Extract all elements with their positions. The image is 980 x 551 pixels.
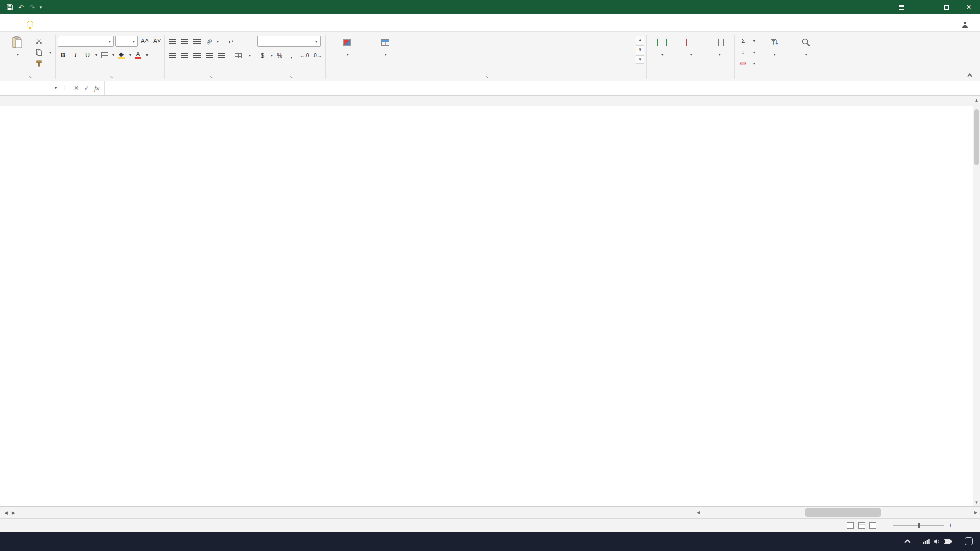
tray-status-icons[interactable] — [923, 539, 952, 544]
font-family-select[interactable]: ▾ — [58, 36, 114, 47]
underline-button[interactable]: U — [82, 49, 93, 60]
magnifier-icon — [801, 36, 811, 49]
vertical-scroll-track[interactable] — [973, 104, 980, 498]
font-color-button[interactable]: A — [133, 49, 143, 60]
ribbon-display-options-button[interactable] — [890, 0, 913, 14]
vertical-scrollbar[interactable]: ▲ ▼ — [973, 96, 980, 506]
borders-button[interactable] — [99, 49, 110, 60]
styles-dialog-launcher[interactable]: ↘ — [485, 74, 489, 79]
scroll-up-button[interactable]: ▲ — [973, 96, 980, 104]
new-sheet-button[interactable] — [19, 507, 31, 518]
alignment-dialog-launcher[interactable]: ↘ — [209, 74, 213, 79]
autosum-button[interactable]: Σ▾ — [737, 36, 757, 46]
cut-button[interactable] — [33, 36, 53, 46]
scroll-left-button[interactable]: ◀ — [694, 510, 702, 515]
normal-view-button[interactable] — [847, 522, 854, 529]
horizontal-scrollbar[interactable]: ◀ ▶ — [694, 507, 980, 518]
top-align-button[interactable] — [167, 36, 178, 47]
increase-indent-button[interactable] — [216, 50, 227, 61]
copy-button[interactable]: ▾ — [33, 47, 53, 57]
undo-button[interactable]: ↶ — [18, 4, 24, 11]
name-box[interactable]: ▾ — [0, 81, 61, 95]
orientation-button[interactable]: ab — [202, 34, 217, 49]
bottom-align-button[interactable] — [191, 36, 202, 47]
font-dialog-launcher[interactable]: ↘ — [109, 74, 113, 79]
delete-cells-button[interactable]: ▾ — [677, 34, 704, 59]
page-break-view-button[interactable] — [869, 522, 876, 529]
cancel-entry-button[interactable]: ✕ — [74, 84, 79, 92]
close-button[interactable]: × — [958, 0, 980, 14]
save-button[interactable] — [6, 4, 13, 11]
ribbon: ▾ ▾ ↘ — [0, 32, 980, 81]
name-box-splitter[interactable]: ⋮ — [61, 81, 68, 95]
previous-sheet-button[interactable]: ◀ — [4, 510, 8, 515]
insert-cells-button[interactable]: ▾ — [649, 34, 675, 59]
align-center-button[interactable] — [179, 50, 190, 61]
decrease-decimal-button[interactable]: .0→ — [311, 50, 323, 61]
clear-button[interactable]: ▾ — [737, 58, 757, 68]
formula-input[interactable] — [105, 81, 980, 95]
percent-style-button[interactable]: % — [274, 50, 285, 61]
bold-button[interactable]: B — [58, 49, 68, 60]
next-sheet-button[interactable]: ▶ — [12, 510, 15, 515]
customize-qat-button[interactable]: ▾ — [40, 5, 42, 10]
status-bar: − + — [0, 518, 980, 532]
wrap-text-button[interactable]: ↩ — [225, 37, 239, 47]
insert-function-button[interactable]: fx — [94, 84, 99, 92]
tell-me-box[interactable] — [21, 17, 42, 31]
font-size-select[interactable]: ▾ — [115, 36, 138, 47]
format-as-table-button[interactable]: ▾ — [369, 34, 402, 59]
gallery-up-button[interactable]: ▲ — [636, 36, 644, 44]
middle-align-button[interactable] — [179, 36, 190, 47]
windows-taskbar — [0, 532, 980, 551]
italic-button[interactable]: I — [70, 49, 81, 60]
increase-decimal-button[interactable]: ←.0 — [299, 50, 310, 61]
scroll-down-button[interactable]: ▼ — [973, 498, 980, 506]
zoom-slider-thumb[interactable] — [918, 523, 920, 528]
cells-group: ▾ ▾ ▾ — [647, 33, 734, 81]
zoom-slider[interactable] — [893, 525, 944, 526]
vertical-scroll-thumb[interactable] — [974, 109, 979, 165]
gallery-down-button[interactable]: ▼ — [636, 45, 644, 54]
collapse-ribbon-button[interactable] — [966, 71, 975, 79]
zoom-in-button[interactable]: + — [948, 521, 952, 529]
clipboard-group: ▾ ▾ ↘ — [2, 33, 55, 81]
font-group: ▾ ▾ A˄ A˅ B I U▾ ▾ ◆▾ A▾ ↘ — [56, 33, 164, 81]
minimize-button[interactable]: — — [913, 0, 935, 14]
gallery-more-button[interactable]: ▼ — [636, 55, 644, 64]
page-layout-view-button[interactable] — [858, 522, 865, 529]
fill-button[interactable]: ↓▾ — [737, 47, 757, 57]
fill-down-icon: ↓ — [739, 49, 747, 55]
horizontal-scroll-thumb[interactable] — [805, 508, 881, 517]
sort-filter-button[interactable]: ▾ — [760, 34, 789, 59]
format-painter-button[interactable] — [33, 58, 53, 68]
conditional-formatting-button[interactable]: ▾ — [328, 34, 366, 59]
lightbulb-icon — [27, 21, 33, 28]
format-cells-button[interactable]: ▾ — [706, 34, 732, 59]
paste-button[interactable]: ▾ — [4, 34, 31, 59]
merge-center-button[interactable]: ▾ — [232, 51, 253, 61]
align-left-button[interactable] — [167, 50, 178, 61]
share-button[interactable] — [953, 18, 980, 31]
shrink-font-button[interactable]: A˅ — [152, 36, 162, 47]
font-color-icon: A — [135, 52, 141, 59]
accounting-format-button[interactable]: $ — [257, 50, 268, 61]
redo-button[interactable]: ↷ — [29, 4, 35, 11]
tray-chevron-up-icon[interactable] — [904, 539, 910, 545]
zoom-out-button[interactable]: − — [886, 521, 890, 529]
confirm-entry-button[interactable]: ✓ — [84, 84, 89, 92]
grow-font-button[interactable]: A˄ — [139, 36, 150, 47]
number-format-select[interactable]: ▾ — [257, 36, 321, 47]
fill-color-button[interactable]: ◆ — [116, 49, 127, 60]
find-select-button[interactable]: ▾ — [791, 34, 821, 59]
decrease-indent-button[interactable] — [204, 50, 214, 61]
align-left-icon — [169, 53, 176, 58]
align-right-button[interactable] — [191, 50, 202, 61]
scroll-right-button[interactable]: ▶ — [972, 510, 980, 515]
notification-center-button[interactable] — [965, 537, 973, 545]
number-dialog-launcher[interactable]: ↘ — [289, 74, 293, 79]
comma-style-button[interactable]: , — [286, 50, 297, 61]
clipboard-dialog-launcher[interactable]: ↘ — [28, 74, 32, 79]
restore-button[interactable] — [935, 0, 958, 14]
horizontal-scroll-track[interactable] — [702, 507, 972, 518]
